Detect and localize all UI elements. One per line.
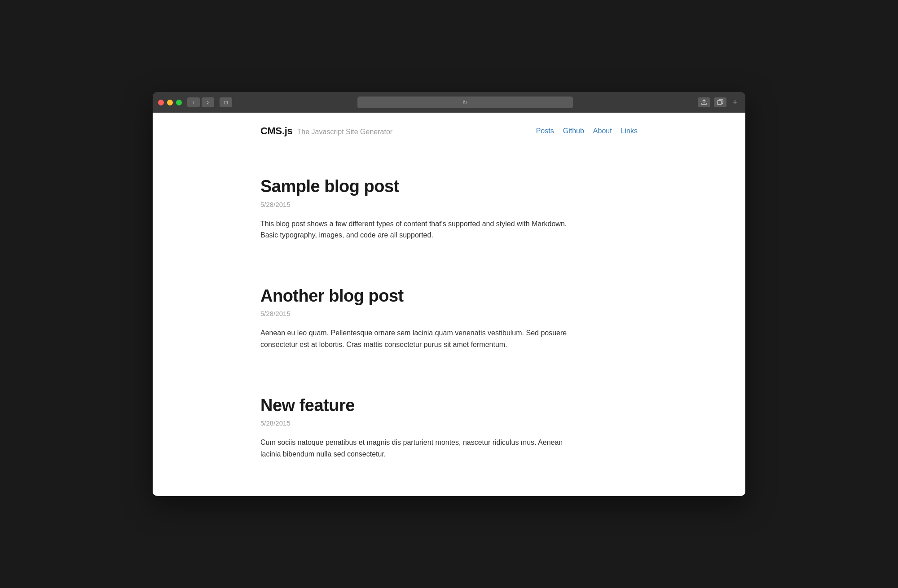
nav-link-posts[interactable]: Posts — [536, 127, 554, 135]
forward-button[interactable]: › — [202, 97, 214, 107]
nav-link-about[interactable]: About — [593, 127, 612, 135]
blog-post-3: New feature 5/28/2015 Cum sociis natoque… — [260, 377, 638, 478]
address-bar[interactable]: ↻ — [357, 97, 573, 108]
site-header: CMS.js The Javascript Site Generator Pos… — [153, 113, 745, 149]
browser-top-bar: ‹ › ⊡ ↻ — [158, 97, 740, 113]
browser-content: CMS.js The Javascript Site Generator Pos… — [153, 113, 745, 496]
add-tab-button[interactable]: + — [730, 97, 740, 107]
nav-link-github[interactable]: Github — [563, 127, 584, 135]
post-date-2: 5/28/2015 — [260, 310, 638, 317]
post-title-1[interactable]: Sample blog post — [260, 176, 638, 197]
traffic-lights — [158, 100, 182, 105]
browser-chrome: ‹ › ⊡ ↻ — [153, 92, 745, 113]
blog-post-1: Sample blog post 5/28/2015 This blog pos… — [260, 158, 638, 259]
window-button[interactable] — [714, 97, 726, 107]
post-excerpt-3: Cum sociis natoque penatibus et magnis d… — [260, 437, 575, 460]
blog-post-2: Another blog post 5/28/2015 Aenean eu le… — [260, 268, 638, 369]
post-title-2[interactable]: Another blog post — [260, 286, 638, 307]
minimize-button[interactable] — [167, 100, 173, 105]
maximize-button[interactable] — [176, 100, 182, 105]
browser-action-buttons: + — [698, 97, 740, 107]
back-button[interactable]: ‹ — [187, 97, 200, 107]
site-tagline: The Javascript Site Generator — [297, 128, 393, 136]
post-date-1: 5/28/2015 — [260, 201, 638, 208]
refresh-icon: ↻ — [462, 99, 467, 106]
site-brand: CMS.js The Javascript Site Generator — [260, 125, 392, 137]
main-content: Sample blog post 5/28/2015 This blog pos… — [153, 149, 745, 496]
site-title: CMS.js — [260, 125, 293, 137]
post-excerpt-2: Aenean eu leo quam. Pellentesque ornare … — [260, 327, 575, 350]
share-button[interactable] — [698, 97, 710, 107]
address-bar-container: ↻ — [238, 97, 692, 108]
post-title-3[interactable]: New feature — [260, 395, 638, 416]
post-date-3: 5/28/2015 — [260, 419, 638, 427]
close-button[interactable] — [158, 100, 164, 105]
browser-window: ‹ › ⊡ ↻ — [153, 92, 745, 496]
site-nav: Posts Github About Links — [536, 127, 638, 135]
nav-buttons: ‹ › — [187, 97, 214, 107]
reader-view-button[interactable]: ⊡ — [220, 97, 232, 107]
svg-rect-0 — [718, 101, 722, 105]
nav-link-links[interactable]: Links — [621, 127, 638, 135]
post-excerpt-1: This blog post shows a few different typ… — [260, 218, 575, 241]
